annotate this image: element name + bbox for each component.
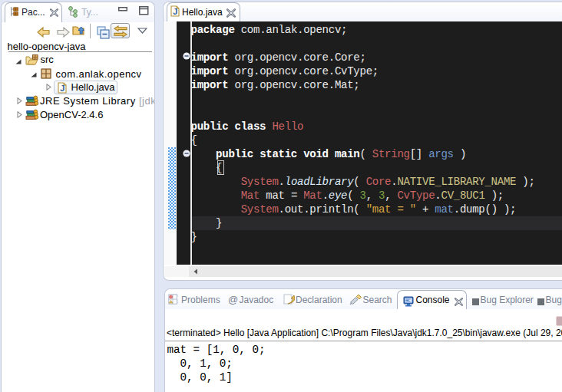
svg-text:J: J [60,84,64,93]
svg-text:J: J [173,7,177,16]
